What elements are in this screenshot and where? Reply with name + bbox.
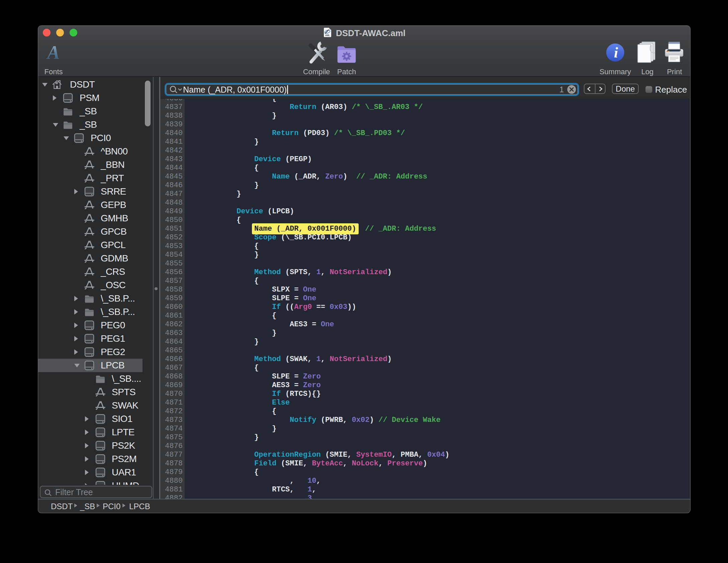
svg-text:i: i <box>614 44 618 61</box>
svg-text:AML: AML <box>325 34 330 36</box>
